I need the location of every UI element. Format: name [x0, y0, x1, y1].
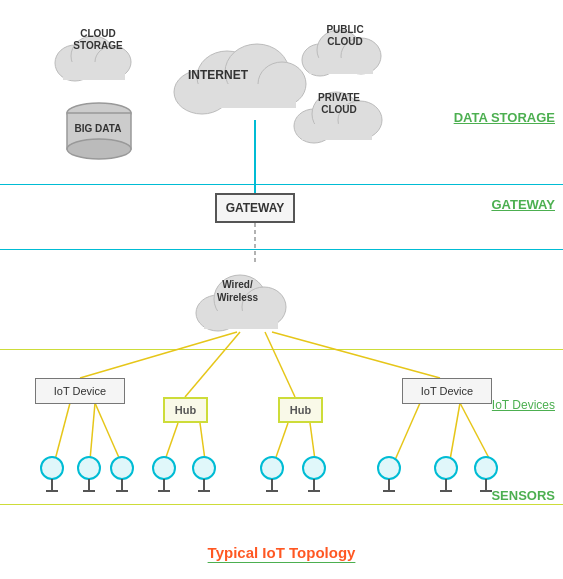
sensor-7	[300, 455, 328, 495]
svg-rect-19	[63, 62, 125, 80]
diagram-container: CLOUD STORAGE BIG DATA INTERNET PUBLIC C…	[0, 0, 563, 579]
iot-device-left: IoT Device	[35, 378, 125, 404]
sensor-6	[258, 455, 286, 495]
sensor-1	[38, 455, 66, 495]
cloud-storage-label: CLOUD STORAGE	[58, 28, 138, 52]
diagram-title: Typical IoT Topology	[208, 544, 356, 561]
public-cloud-label: PUBLIC CLOUD	[305, 24, 385, 48]
internet-label: INTERNET	[188, 68, 248, 82]
sensor-2	[75, 455, 103, 495]
svg-point-46	[111, 457, 133, 479]
sensor-5	[190, 455, 218, 495]
big-data-label: BIG DATA	[63, 123, 133, 134]
hub2-box: Hub	[278, 397, 323, 423]
hub1-box: Hub	[163, 397, 208, 423]
svg-point-52	[193, 457, 215, 479]
sensor-8	[375, 455, 403, 495]
wired-wireless-label: Wired/ Wireless	[200, 278, 275, 304]
iot-devices-label: IoT Devices	[492, 398, 555, 412]
svg-rect-39	[204, 311, 278, 329]
svg-point-61	[378, 457, 400, 479]
svg-point-43	[78, 457, 100, 479]
private-cloud-label: PRIVATE CLOUD	[298, 92, 380, 116]
gateway-text: GATEWAY	[226, 201, 285, 215]
svg-point-22	[67, 139, 131, 159]
gateway-box: GATEWAY	[215, 193, 295, 223]
svg-point-58	[303, 457, 325, 479]
sensor-9	[432, 455, 460, 495]
svg-rect-31	[309, 58, 373, 74]
svg-point-40	[41, 457, 63, 479]
sensors-label: SENSORS	[491, 488, 555, 503]
svg-rect-35	[302, 124, 372, 140]
sensor-3	[108, 455, 136, 495]
svg-point-64	[435, 457, 457, 479]
sensor-4	[150, 455, 178, 495]
data-storage-label: DATA STORAGE	[454, 110, 555, 125]
svg-rect-27	[184, 84, 296, 108]
svg-point-49	[153, 457, 175, 479]
svg-point-55	[261, 457, 283, 479]
svg-point-67	[475, 457, 497, 479]
iot-device-right: IoT Device	[402, 378, 492, 404]
gateway-label: GATEWAY	[491, 197, 555, 212]
